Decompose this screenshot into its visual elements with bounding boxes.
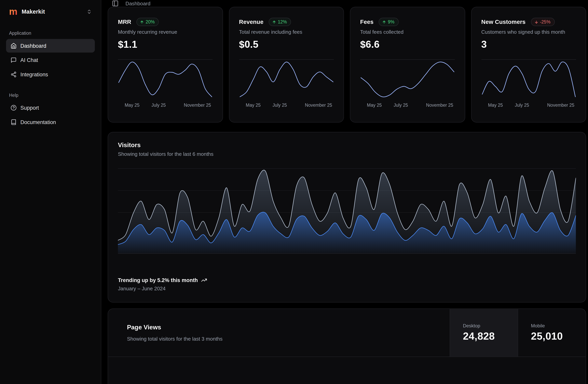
trend-text: Trending up by 5.2% this month xyxy=(118,277,198,283)
sidebar-item-label: Integrations xyxy=(21,71,48,77)
stat-value: $6.6 xyxy=(360,39,455,50)
mobile-stat-label: Mobile xyxy=(531,323,586,329)
sidebar-item-label: AI Chat xyxy=(21,57,38,63)
change-badge: 9% xyxy=(379,18,399,26)
home-icon xyxy=(11,43,17,49)
stat-subtitle: Total fees collected xyxy=(360,29,455,35)
stat-subtitle: Total revenue including fees xyxy=(239,29,334,35)
visitors-subtitle: Showing total visitors for the last 6 mo… xyxy=(118,151,576,157)
stat-card-fees: Fees 9% Total fees collected $6.6 May 25… xyxy=(350,7,465,123)
mrr-sparkline-chart xyxy=(118,59,212,99)
stat-value: 3 xyxy=(481,39,576,50)
panel-left-icon xyxy=(112,0,119,7)
stat-card-revenue: Revenue 12% Total revenue including fees… xyxy=(229,7,344,123)
desktop-stat-toggle[interactable]: Desktop 24,828 xyxy=(450,309,518,357)
stat-subtitle: Customers who signed up this month xyxy=(481,29,576,35)
sidebar: m Makerkit Application Dashboard AI Chat… xyxy=(0,0,101,384)
arrow-up-icon xyxy=(272,20,276,24)
chevrons-up-down-icon xyxy=(86,9,92,14)
app-root: m Makerkit Application Dashboard AI Chat… xyxy=(0,0,588,384)
sidebar-item-integrations[interactable]: Integrations xyxy=(6,68,95,81)
stat-value: $1.1 xyxy=(118,39,212,50)
share-icon xyxy=(11,71,17,77)
stat-title: New Customers xyxy=(481,19,525,25)
page-views-title: Page Views xyxy=(127,324,223,331)
arrow-up-icon xyxy=(382,20,386,24)
brand-name: Makerkit xyxy=(22,8,45,15)
workspace-switcher[interactable]: m Makerkit xyxy=(6,5,95,18)
top-bar: Dashboard xyxy=(101,0,588,7)
stat-value: $0.5 xyxy=(239,39,334,50)
spark-axis: May 25July 25November 25 xyxy=(118,103,212,109)
trend-row: Trending up by 5.2% this month xyxy=(118,277,576,283)
chat-icon xyxy=(11,57,17,63)
trending-up-icon xyxy=(201,277,207,283)
page-views-subtitle: Showing total visitors for the last 3 mo… xyxy=(127,336,223,342)
section-label-help: Help xyxy=(6,93,95,98)
sidebar-item-ai-chat[interactable]: AI Chat xyxy=(6,53,95,67)
stat-subtitle: Monthly recurring revenue xyxy=(118,29,212,35)
sidebar-item-label: Documentation xyxy=(21,119,56,125)
change-badge: 20% xyxy=(137,18,159,26)
content: MRR 20% Monthly recurring revenue $1.1 M… xyxy=(101,7,588,384)
spark-axis: May 25July 25November 25 xyxy=(481,103,576,109)
stat-card-new-customers: New Customers -25% Customers who signed … xyxy=(471,7,586,123)
page-views-card: Page Views Showing total visitors for th… xyxy=(108,309,586,384)
sidebar-toggle-button[interactable] xyxy=(112,0,119,7)
desktop-stat-label: Desktop xyxy=(463,323,518,329)
help-circle-icon xyxy=(11,105,17,111)
desktop-stat-value: 24,828 xyxy=(463,331,518,342)
mobile-stat-toggle[interactable]: Mobile 25,010 xyxy=(518,309,586,357)
sidebar-item-label: Dashboard xyxy=(21,43,46,49)
fees-sparkline-chart xyxy=(360,59,455,99)
page-views-toggles: Desktop 24,828 Mobile 25,010 xyxy=(450,309,586,357)
stat-title: Revenue xyxy=(239,19,264,25)
page-views-header: Page Views Showing total visitors for th… xyxy=(108,309,586,357)
main-area: Dashboard MRR 20% Monthly recurring reve… xyxy=(101,0,588,384)
mobile-stat-value: 25,010 xyxy=(531,331,586,342)
stat-cards-row: MRR 20% Monthly recurring revenue $1.1 M… xyxy=(108,7,586,123)
spark-axis: May 25July 25November 25 xyxy=(360,103,455,109)
revenue-sparkline-chart xyxy=(239,59,334,99)
makerkit-logo: m xyxy=(9,7,18,16)
visitors-card: Visitors Showing total visitors for the … xyxy=(108,132,586,303)
sidebar-item-documentation[interactable]: Documentation xyxy=(6,115,95,129)
visitors-area-chart xyxy=(118,168,576,254)
customers-sparkline-chart xyxy=(481,59,576,99)
book-icon xyxy=(11,119,17,125)
stat-card-mrr: MRR 20% Monthly recurring revenue $1.1 M… xyxy=(108,7,223,123)
change-badge: -25% xyxy=(531,18,555,26)
arrow-down-icon xyxy=(534,20,538,24)
stat-title: MRR xyxy=(118,19,131,25)
visitors-title: Visitors xyxy=(118,141,576,149)
breadcrumb: Dashboard xyxy=(125,0,150,6)
visitors-period: January – June 2024 xyxy=(118,286,576,292)
sidebar-item-support[interactable]: Support xyxy=(6,101,95,114)
spark-axis: May 25July 25November 25 xyxy=(239,103,334,109)
arrow-up-icon xyxy=(140,20,144,24)
sidebar-item-dashboard[interactable]: Dashboard xyxy=(6,39,95,52)
section-label-application: Application xyxy=(6,31,95,36)
sidebar-item-label: Support xyxy=(21,105,39,111)
change-badge: 12% xyxy=(269,18,291,26)
stat-title: Fees xyxy=(360,19,374,25)
